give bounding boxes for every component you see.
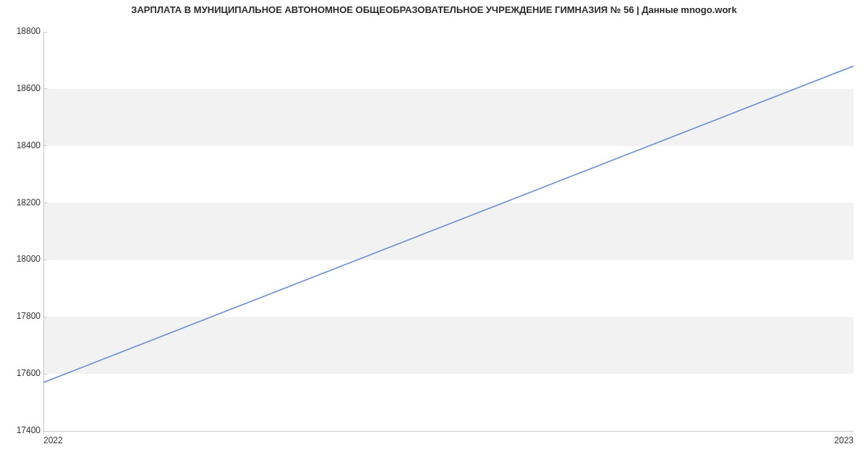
x-tick-label: 2022 — [43, 435, 63, 445]
y-tick-label: 18400 — [9, 140, 41, 150]
grid-band — [43, 89, 854, 146]
x-tick-label: 2023 — [829, 435, 854, 445]
grid-band — [43, 203, 854, 260]
y-tick-label: 17400 — [9, 425, 41, 435]
plot-area: 1740017600178001800018200184001860018800… — [43, 32, 854, 444]
chart-container: ЗАРПЛАТА В МУНИЦИПАЛЬНОЕ АВТОНОМНОЕ ОБЩЕ… — [0, 0, 868, 470]
y-tick-label: 18600 — [9, 83, 41, 93]
y-tick-label: 17800 — [9, 311, 41, 321]
y-tick-label: 17600 — [9, 368, 41, 378]
grid-band — [43, 317, 854, 374]
y-tick-label: 18200 — [9, 197, 41, 208]
y-tick-label: 18000 — [9, 254, 41, 264]
chart-title: ЗАРПЛАТА В МУНИЦИПАЛЬНОЕ АВТОНОМНОЕ ОБЩЕ… — [0, 4, 868, 15]
y-tick-label: 18800 — [9, 26, 41, 36]
chart-svg — [43, 32, 854, 444]
